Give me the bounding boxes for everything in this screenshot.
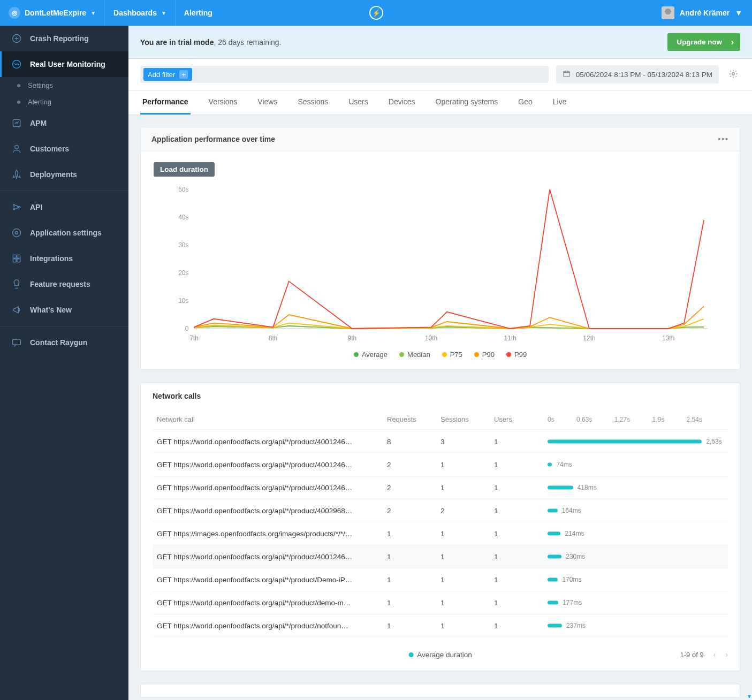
svg-point-8 — [13, 229, 21, 237]
svg-text:30s: 30s — [178, 241, 188, 249]
api-icon — [11, 201, 22, 213]
network-row[interactable]: GET https://world.openfoodfacts.org/api/… — [153, 568, 728, 591]
sidebar-item-whatsnew[interactable]: What's New — [0, 297, 128, 323]
svg-text:20s: 20s — [178, 269, 188, 277]
crash-icon — [11, 33, 22, 44]
filter-row: Add filter + 05/06/2024 8:13 PM - 05/13/… — [128, 59, 752, 90]
svg-rect-11 — [13, 259, 16, 262]
tab-views[interactable]: Views — [255, 90, 279, 115]
main-content: You are in trial mode, 26 days remaining… — [128, 26, 752, 700]
network-row[interactable]: GET https://world.openfoodfacts.org/api/… — [153, 499, 728, 522]
sidebar-item-apm[interactable]: APM — [0, 110, 128, 136]
tab-sessions[interactable]: Sessions — [295, 90, 330, 115]
network-row[interactable]: GET https://world.openfoodfacts.org/api/… — [153, 453, 728, 476]
chart-panel-title: Application performance over time — [151, 135, 275, 143]
tab-live[interactable]: Live — [551, 90, 569, 115]
menu-dashboards[interactable]: Dashboards ▼ — [105, 0, 176, 26]
tab-performance[interactable]: Performance — [140, 90, 191, 115]
rum-icon — [11, 58, 22, 70]
sidebar-item-customers[interactable]: Customers — [0, 136, 128, 162]
upgrade-button[interactable]: Upgrade now — [667, 33, 740, 51]
deployments-icon — [11, 169, 22, 180]
svg-rect-12 — [17, 259, 20, 262]
more-icon[interactable]: ••• — [718, 135, 729, 143]
network-legend: Average duration — [408, 651, 472, 659]
whatsnew-icon — [11, 304, 22, 316]
svg-text:13th: 13th — [662, 334, 674, 342]
svg-text:8th: 8th — [269, 334, 278, 342]
svg-text:9th: 9th — [348, 334, 357, 342]
customers-icon — [11, 143, 22, 155]
svg-rect-10 — [17, 255, 20, 258]
pager-next[interactable]: › — [725, 650, 728, 659]
svg-text:40s: 40s — [178, 214, 188, 221]
date-range-text: 05/06/2024 8:13 PM - 05/13/2024 8:13 PM — [576, 71, 712, 79]
sidebar: Crash ReportingReal User MonitoringSetti… — [0, 26, 128, 700]
legend-p99: P99 — [506, 351, 527, 359]
network-row[interactable]: GET https://world.openfoodfacts.org/api/… — [153, 430, 728, 453]
svg-text:7th: 7th — [189, 334, 199, 342]
chevron-down-icon: ▼ — [90, 10, 96, 16]
svg-rect-13 — [13, 339, 21, 345]
next-panel-peek — [140, 684, 740, 697]
tab-operating-systems[interactable]: Operating systems — [434, 90, 500, 115]
pager-prev[interactable]: ‹ — [713, 650, 716, 659]
sidebar-item-deployments[interactable]: Deployments — [0, 162, 128, 187]
appsettings-icon — [11, 227, 22, 239]
add-filter-chip[interactable]: Add filter + — [143, 68, 192, 81]
tab-users[interactable]: Users — [346, 90, 370, 115]
network-row[interactable]: GET https://world.openfoodfacts.org/api/… — [153, 545, 728, 568]
svg-text:10s: 10s — [178, 297, 188, 305]
bolt-icon[interactable]: ⚡ — [369, 6, 383, 20]
svg-text:50s: 50s — [178, 186, 188, 193]
pager: 1-9 of 9 ‹ › — [680, 650, 728, 659]
svg-text:10th: 10th — [425, 334, 437, 342]
svg-point-6 — [18, 206, 20, 208]
svg-point-15 — [732, 72, 735, 75]
pager-text: 1-9 of 9 — [680, 651, 704, 659]
svg-text:0: 0 — [185, 325, 189, 332]
trial-rest: , 26 days remaining. — [214, 38, 281, 47]
tab-geo[interactable]: Geo — [516, 90, 534, 115]
menu-alerting[interactable]: Alerting — [176, 0, 221, 26]
sub-tabs: PerformanceVersionsViewsSessionsUsersDev… — [128, 90, 752, 115]
tab-versions[interactable]: Versions — [207, 90, 240, 115]
sidebar-item-contact[interactable]: Contact Raygun — [0, 330, 128, 355]
svg-point-4 — [13, 204, 14, 206]
svg-rect-9 — [13, 255, 16, 258]
tab-devices[interactable]: Devices — [386, 90, 417, 115]
sidebar-item-crash[interactable]: Crash Reporting — [0, 26, 128, 51]
chart-badge: Load duration — [154, 162, 215, 177]
network-row[interactable]: GET https://world.openfoodfacts.org/api/… — [153, 591, 728, 614]
gear-icon[interactable] — [726, 67, 740, 82]
sidebar-item-appsettings[interactable]: Application settings — [0, 220, 128, 246]
svg-point-7 — [16, 232, 18, 234]
sidebar-sub-alerting[interactable]: Alerting — [0, 94, 128, 110]
sidebar-item-api[interactable]: API — [0, 194, 128, 220]
legend-p75: P75 — [442, 351, 462, 359]
network-title: Network calls — [141, 383, 740, 409]
sidebar-item-rum[interactable]: Real User Monitoring — [0, 51, 128, 77]
network-row[interactable]: GET https://world.openfoodfacts.org/api/… — [153, 476, 728, 499]
sidebar-item-features[interactable]: Feature requests — [0, 271, 128, 297]
chart-legend: AverageMedianP75P90P99 — [154, 346, 727, 360]
network-row[interactable]: GET https://world.openfoodfacts.org/api/… — [153, 614, 728, 637]
user-menu[interactable]: André Krämer ▼ — [662, 6, 752, 19]
top-header: ◎ DontLetMeExpire ▼ Dashboards ▼ Alertin… — [0, 0, 752, 26]
scrollbar[interactable] — [743, 0, 752, 700]
svg-point-3 — [15, 145, 19, 149]
app-name: DontLetMeExpire — [25, 9, 86, 17]
app-switcher[interactable]: ◎ DontLetMeExpire ▼ — [0, 0, 105, 26]
chevron-down-icon: ▼ — [735, 9, 742, 17]
integrations-icon — [11, 253, 22, 264]
calendar-icon — [563, 70, 571, 79]
filter-bar[interactable]: Add filter + — [140, 66, 549, 83]
sidebar-sub-settings[interactable]: Settings — [0, 77, 128, 94]
legend-average: Average — [354, 351, 388, 359]
sidebar-item-integrations[interactable]: Integrations — [0, 246, 128, 271]
chart-panel: Application performance over time ••• Lo… — [140, 127, 740, 370]
network-row[interactable]: GET https://images.openfoodfacts.org/ima… — [153, 522, 728, 545]
plus-icon: + — [179, 70, 188, 79]
date-range-picker[interactable]: 05/06/2024 8:13 PM - 05/13/2024 8:13 PM — [556, 65, 719, 83]
svg-point-5 — [13, 208, 14, 210]
